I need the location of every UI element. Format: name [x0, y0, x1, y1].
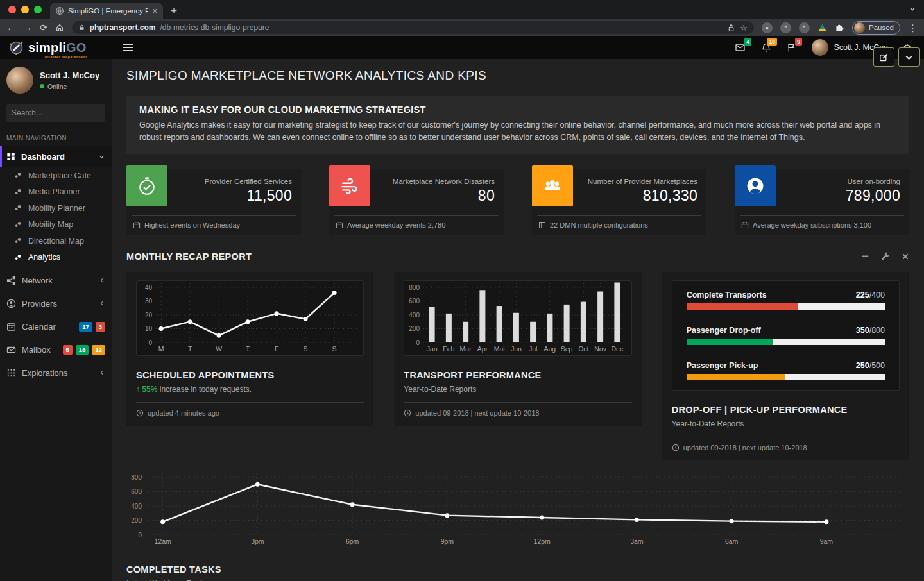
- svg-text:Nov: Nov: [595, 345, 607, 353]
- sidebar-item-media-planner[interactable]: Media Planner: [0, 184, 112, 201]
- svg-text:Oct: Oct: [579, 345, 589, 353]
- sidebar-toggle-hamburger-icon[interactable]: [119, 40, 137, 55]
- svg-text:40: 40: [145, 283, 153, 290]
- extensions-puzzle-icon[interactable]: [835, 23, 844, 33]
- svg-text:Feb: Feb: [443, 345, 455, 353]
- close-window-button[interactable]: [8, 6, 16, 13]
- screen: SimpliGO | Emergency Prepare ✕ + ← → ⟳ p…: [0, 0, 924, 581]
- back-button[interactable]: ←: [6, 23, 15, 32]
- svg-text:400: 400: [409, 311, 420, 318]
- sidebar-item-label: Mailbox: [22, 345, 51, 355]
- sidebar-item-analytics[interactable]: Analytics: [0, 249, 112, 266]
- sidebar-item-mobility-planner[interactable]: Mobility Planner: [0, 200, 112, 217]
- app-logo[interactable]: simpliGOdisaster preparedness: [0, 40, 112, 55]
- updated-row: updated 09-2018 | next update 10-2018: [672, 437, 900, 460]
- google-drive-icon[interactable]: [817, 23, 827, 33]
- close-icon[interactable]: [902, 253, 909, 260]
- flags-button[interactable]: 9: [787, 42, 796, 53]
- tab-close-icon[interactable]: ✕: [152, 7, 158, 15]
- sidebar-item-mailbox[interactable]: Mailbox 5 16 12: [0, 338, 112, 361]
- calendar-icon: [133, 221, 141, 229]
- svg-text:400: 400: [131, 502, 142, 509]
- extension-quote-icon[interactable]: ❞: [780, 22, 791, 33]
- extension-chat-icon[interactable]: ●: [762, 22, 773, 33]
- minimize-window-button[interactable]: [21, 6, 29, 13]
- tab-overflow-chevron-icon[interactable]: [909, 5, 916, 13]
- svg-text:800: 800: [409, 283, 420, 290]
- browser-menu-kebab-icon[interactable]: ⋮: [908, 23, 918, 33]
- progress-fill: [687, 303, 798, 310]
- clock-icon: [672, 444, 680, 451]
- svg-text:20: 20: [145, 311, 153, 318]
- svg-text:30: 30: [145, 298, 153, 305]
- sidebar-item-directional-map[interactable]: Directional Map: [0, 233, 112, 249]
- svg-text:Mai: Mai: [494, 345, 505, 353]
- panel-heading: DROP-OFF | PICK-UP PERFORMANCE: [672, 405, 900, 415]
- online-status-dot: [40, 84, 44, 88]
- extension-quote2-icon[interactable]: ❞: [799, 22, 810, 33]
- sidebar-item-dashboard[interactable]: Dashboard: [0, 146, 112, 167]
- address-bar[interactable]: phptransport.com/db-metrics-db-simpligo-…: [72, 21, 754, 34]
- svg-text:9pm: 9pm: [441, 537, 454, 545]
- updated-text: updated 09-2018 | next update 10-2018: [683, 444, 807, 451]
- dot-pair-icon: [14, 221, 22, 229]
- browser-tab[interactable]: SimpliGO | Emergency Prepare ✕: [50, 3, 163, 19]
- logo-tagline: disaster preparedness: [44, 55, 87, 59]
- progress-track: [687, 374, 885, 380]
- sidebar-item-label: Network: [22, 276, 53, 285]
- dashboard-subnav: Marketplace Cafe Media Planner Mobility …: [0, 167, 112, 265]
- overlay-edit-button[interactable]: [873, 47, 894, 67]
- kpi-footer-note: 22 DMN multiple configurations: [550, 221, 648, 229]
- reload-button[interactable]: ⟳: [40, 23, 47, 32]
- svg-text:Jul: Jul: [529, 345, 537, 353]
- overlay-collapse-button[interactable]: [898, 47, 920, 67]
- share-icon[interactable]: [727, 24, 735, 32]
- svg-text:0: 0: [416, 339, 420, 346]
- kpi-card-certified-services: Provider Certified Services 11,500 Highe…: [126, 169, 301, 235]
- kpi-value: 80: [370, 187, 495, 205]
- sidebar-item-network[interactable]: Network: [0, 269, 112, 292]
- sidebar-item-explorations[interactable]: Explorations: [0, 361, 112, 384]
- flags-badge: 9: [795, 38, 803, 46]
- section-heading: COMPLETED TASKS: [126, 564, 909, 575]
- svg-text:600: 600: [409, 298, 420, 305]
- notifications-button[interactable]: 10: [761, 42, 771, 53]
- forward-button[interactable]: →: [23, 23, 32, 32]
- sidebar-item-calendar[interactable]: Calendar 17 3: [0, 315, 112, 338]
- transport-performance-panel: 0200400600800JanFebMarAprMaiJunJulAugSep…: [394, 272, 641, 426]
- sidebar: Scott J. McCoy Online MAIN NAVIGATION Da…: [0, 59, 112, 581]
- weekly-line-chart: 010203040MTWTFSS: [136, 280, 364, 356]
- messages-badge: 4: [744, 38, 752, 46]
- logo-text-secondary: GO: [66, 40, 87, 55]
- new-tab-button[interactable]: +: [171, 4, 177, 17]
- kpi-value: 789,000: [776, 187, 900, 205]
- sidebar-item-label: Media Planner: [28, 187, 80, 196]
- clock-icon: [404, 409, 411, 417]
- sidebar-item-providers[interactable]: Providers: [0, 292, 112, 315]
- messages-button[interactable]: 4: [735, 42, 746, 53]
- sidebar-item-label: Analytics: [28, 253, 60, 262]
- user-circle-icon: [6, 299, 16, 308]
- wrench-icon[interactable]: [881, 252, 890, 261]
- sidebar-section-label: MAIN NAVIGATION: [0, 128, 112, 146]
- kpi-value: 810,330: [573, 187, 697, 205]
- sidebar-item-mobility-map[interactable]: Mobility Map: [0, 217, 112, 233]
- home-button[interactable]: [55, 23, 64, 32]
- browser-profile-button[interactable]: Paused: [852, 21, 900, 35]
- maximize-window-button[interactable]: [34, 6, 42, 13]
- collapse-minus-icon[interactable]: [861, 252, 869, 260]
- user-circle-icon: [735, 165, 776, 206]
- search-input[interactable]: [12, 108, 111, 117]
- clock-icon: [136, 409, 144, 417]
- bookmark-star-icon[interactable]: ☆: [740, 23, 748, 33]
- monthly-recap-header: MONTHLY RECAP REPORT: [126, 251, 909, 262]
- sidebar-search: [6, 104, 105, 122]
- svg-text:F: F: [275, 345, 278, 353]
- mailbox-badge: 12: [92, 345, 105, 355]
- sidebar-item-label: Calendar: [22, 322, 56, 332]
- svg-text:W: W: [216, 345, 222, 353]
- url-path: /db-metrics-db-simpligo-prepare: [160, 23, 269, 32]
- sidebar-item-marketplace-cafe[interactable]: Marketplace Cafe: [0, 167, 112, 184]
- updated-text: updated 4 minutes ago: [148, 409, 219, 417]
- sidebar-user-status: Online: [47, 83, 67, 90]
